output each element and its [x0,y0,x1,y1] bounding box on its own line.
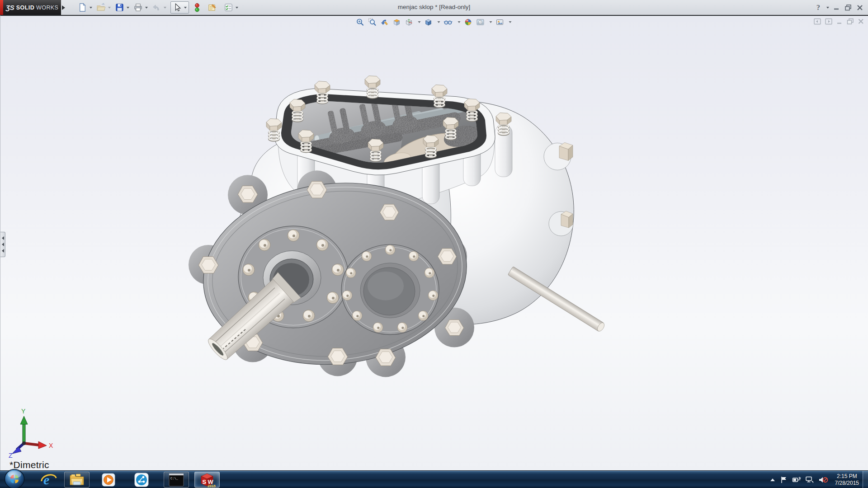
feature-manager-collapsed-handle[interactable] [0,232,5,257]
volume-button[interactable] [818,476,828,484]
save-dropdown[interactable] [127,7,129,9]
display-style-button[interactable] [424,18,433,27]
view-orientation-icon [405,18,413,26]
restore-button[interactable] [844,4,852,11]
battery-plug-icon [792,476,801,484]
power-button[interactable] [792,476,801,484]
view-settings-dropdown[interactable] [509,21,512,23]
help-button[interactable]: ? [816,4,820,12]
options-icon [224,3,233,12]
svg-text:S: S [203,479,207,485]
doc-minimize-button[interactable] [836,18,843,25]
windows-taskbar: e [0,470,868,488]
zoom-to-area-icon [368,18,377,26]
taskbar-blue-network-app[interactable] [129,472,154,488]
options-dropdown[interactable] [236,7,238,9]
taskbar-solidworks[interactable]: S W 2015 [194,472,220,488]
zoom-to-fit-icon [356,18,364,26]
edit-appearance-button[interactable] [464,18,473,27]
display-style-dropdown[interactable] [438,21,440,23]
options-button[interactable] [224,3,238,12]
show-desktop-button[interactable] [863,471,868,488]
apply-scene-button[interactable] [476,18,485,27]
titlebar: ƷSSOLIDWORKS [0,0,868,15]
expand-left-icon [2,243,4,246]
taskbar-command-prompt[interactable]: C:\_ [164,472,189,488]
section-view-button[interactable] [392,18,401,27]
taskbar-windows-explorer[interactable] [64,472,90,488]
view-settings-button[interactable] [495,18,505,27]
action-center-flag-icon [780,476,788,484]
heads-up-view-toolbar [356,18,512,27]
doc-close-button[interactable] [858,18,864,25]
network-icon [805,476,814,484]
triad-x-label: X [49,442,53,449]
3d-model-gearbox[interactable] [0,16,868,470]
expand-left-icon [2,249,4,253]
print-dropdown[interactable] [145,7,148,9]
print-button[interactable] [133,3,148,12]
network-button[interactable] [805,476,814,484]
hide-show-items-button[interactable] [443,18,453,27]
previous-view-button[interactable] [380,18,389,27]
display-style-icon [425,18,433,26]
reference-triad[interactable]: Y X Z [6,408,56,458]
select-cursor-icon [173,3,182,12]
file-properties-button[interactable] [208,3,217,12]
show-hidden-icons-button[interactable] [769,477,776,483]
file-properties-icon [208,3,217,12]
apply-scene-icon [476,18,485,26]
view-settings-icon [496,18,504,26]
window-title: menjac sklop * [Read-only] [398,4,471,10]
flyout-arrow-icon [62,5,65,10]
stoplight-icon [194,3,200,13]
logo-brand-light: WORKS [36,5,58,11]
close-button[interactable] [856,4,863,11]
volume-muted-icon [818,476,828,484]
undo-dropdown[interactable] [164,7,166,9]
zoom-to-fit-button[interactable] [356,18,365,27]
triad-y-label: Y [21,408,26,415]
triad-z-label: Z [9,452,13,458]
clock[interactable]: 2:15 PM 7/28/2015 [832,473,862,487]
show-left-pane-button[interactable] [814,18,821,25]
taskbar-internet-explorer[interactable]: e [36,472,61,488]
minimize-button[interactable] [833,4,840,11]
view-orientation-button[interactable] [405,18,414,27]
taskbar-media-player[interactable] [96,472,121,488]
hide-show-items-dropdown[interactable] [458,21,461,23]
new-dropdown[interactable] [90,7,92,9]
view-orientation-dropdown[interactable] [418,21,421,23]
edit-appearance-icon [464,18,472,26]
document-window-controls [814,18,864,25]
clock-time: 2:15 PM [835,473,859,480]
rebuild-button[interactable] [194,3,200,13]
zoom-to-area-button[interactable] [368,18,377,27]
open-dropdown[interactable] [108,7,111,9]
print-icon [133,3,143,12]
action-center-button[interactable] [780,476,788,484]
internet-explorer-icon: e [40,472,57,488]
chevron-up-icon [769,477,776,483]
show-right-pane-button[interactable] [825,18,833,25]
save-button[interactable] [115,3,129,12]
select-dropdown[interactable] [184,7,187,9]
logo-brand-bold: SOLID [16,5,34,11]
apply-scene-dropdown[interactable] [490,21,492,23]
start-button[interactable] [4,468,25,488]
undo-button[interactable] [152,3,166,12]
new-document-icon [78,3,87,12]
help-dropdown[interactable] [826,7,829,9]
menu-flyout-button[interactable] [62,3,67,12]
media-player-icon [101,473,116,487]
doc-restore-button[interactable] [847,18,854,25]
select-tool-active[interactable] [170,1,189,14]
graphics-area[interactable]: Y X Z *Dimetric [0,15,868,470]
hide-show-items-icon [444,18,453,26]
open-button[interactable] [96,3,111,12]
section-view-icon [393,18,401,26]
new-button[interactable] [78,3,92,12]
open-folder-icon [96,3,106,12]
explorer-folder-icon [69,473,85,487]
solidworks-logo[interactable]: ƷSSOLIDWORKS [3,0,61,15]
